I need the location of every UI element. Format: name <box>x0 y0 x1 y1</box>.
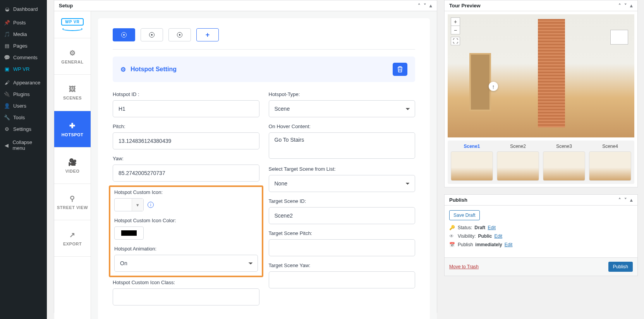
crosshair-icon: ✚ <box>69 122 76 130</box>
menu-settings[interactable]: ⚙Settings <box>0 123 47 135</box>
gear-icon: ⚙ <box>69 49 76 57</box>
menu-pages[interactable]: ▤Pages <box>0 40 47 51</box>
tour-preview-panel: Tour Preview ˄ ˅ ▴ + − ⛶ ↑ <box>444 0 638 187</box>
target-scene-id-input[interactable] <box>269 207 416 224</box>
target-scene-select[interactable]: None <box>269 175 416 192</box>
vertical-tabs: WP VR ⚙GENERAL 🖼SCENES ✚HOTSPOT 🎥VIDEO ⚲… <box>54 11 91 319</box>
hotspot-marker[interactable]: ↑ <box>489 82 498 91</box>
hotspot-add-button[interactable]: + <box>196 28 219 41</box>
info-icon[interactable]: i <box>148 202 154 208</box>
scene-thumb-4[interactable]: Scene4 <box>589 144 631 181</box>
trash-icon <box>397 66 403 73</box>
icon-color-picker[interactable] <box>114 226 144 240</box>
hotspot-id-input[interactable] <box>113 100 259 117</box>
scene-thumb-1[interactable]: Scene1 <box>451 144 493 181</box>
menu-collapse[interactable]: ◀Collapse menu <box>0 137 47 154</box>
pin-icon: ⚲ <box>70 194 75 203</box>
menu-comments[interactable]: 💬Comments <box>0 51 47 63</box>
tab-general[interactable]: ⚙GENERAL <box>54 38 91 75</box>
publish-panel: Publish ˄ ˅ ▴ Save Draft 🔑 Status: Draft… <box>444 194 638 276</box>
tab-video[interactable]: 🎥VIDEO <box>54 147 91 184</box>
sliders-icon: ⚙ <box>4 126 10 132</box>
plug-icon: 🔌 <box>4 91 10 97</box>
preview-panel-header[interactable]: Tour Preview ˄ ˅ ▴ <box>445 0 637 11</box>
edit-visibility-link[interactable]: Edit <box>494 233 502 239</box>
menu-wpvr[interactable]: ▣WP VR <box>0 63 47 75</box>
tab-hotspot[interactable]: ✚HOTSPOT <box>54 111 91 147</box>
scene-thumb-2[interactable]: Scene2 <box>497 144 539 181</box>
triangle-up-icon[interactable]: ▴ <box>630 197 633 203</box>
label-on-hover: On Hover Content: <box>269 123 416 129</box>
hotspot-tab-2[interactable] <box>141 28 163 41</box>
publish-button[interactable]: Publish <box>608 262 633 272</box>
chevron-down-icon[interactable]: ˅ <box>624 197 627 203</box>
label-target-list: Select Target Scene from List: <box>269 166 416 172</box>
menu-label: Appearance <box>13 80 40 86</box>
save-draft-button[interactable]: Save Draft <box>449 210 480 220</box>
panel-title: Setup <box>59 3 73 9</box>
calendar-icon: 📅 <box>449 242 455 247</box>
chevron-down-icon[interactable]: ˅ <box>424 3 426 9</box>
menu-media[interactable]: 🎵Media <box>0 28 47 40</box>
target-pitch-input[interactable] <box>269 239 416 256</box>
icon-class-input[interactable] <box>113 288 259 305</box>
chevron-up-icon[interactable]: ˄ <box>418 3 421 9</box>
menu-label: Pages <box>13 43 27 49</box>
wrench-icon: 🔧 <box>4 114 10 120</box>
status-label: Status: <box>458 225 472 230</box>
user-icon: 👤 <box>4 103 10 109</box>
hotspot-section-header: ⚙ Hotspot Setting <box>113 57 415 82</box>
tab-label: STREET VIEW <box>57 205 88 210</box>
menu-users[interactable]: 👤Users <box>0 100 47 111</box>
scene-thumb-3[interactable]: Scene3 <box>543 144 585 181</box>
menu-posts[interactable]: 📌Posts <box>0 17 47 28</box>
panorama-preview[interactable]: + − ⛶ ↑ <box>448 14 634 137</box>
menu-appearance[interactable]: 🖌Appearance <box>0 77 47 88</box>
chevron-down-icon <box>132 199 143 211</box>
schedule-label: Publish <box>458 242 473 247</box>
target-yaw-input[interactable] <box>269 271 416 288</box>
edit-status-link[interactable]: Edit <box>488 225 496 230</box>
section-title: Hotspot Setting <box>131 66 177 73</box>
image-icon: 🖼 <box>69 85 76 93</box>
wpvr-logo: WP VR <box>54 11 91 38</box>
fullscreen-button[interactable]: ⛶ <box>451 37 460 45</box>
hotspot-type-select[interactable]: Scene <box>269 100 416 117</box>
zoom-out-button[interactable]: − <box>451 26 460 34</box>
edit-schedule-link[interactable]: Edit <box>505 242 513 247</box>
tab-streetview[interactable]: ⚲STREET VIEW <box>54 184 91 220</box>
menu-tools[interactable]: 🔧Tools <box>0 111 47 123</box>
chevron-down-icon[interactable]: ˅ <box>624 3 627 9</box>
yaw-input[interactable] <box>113 165 259 182</box>
tab-export[interactable]: ↗EXPORT <box>54 220 91 257</box>
hotspot-tab-1[interactable] <box>113 28 135 41</box>
custom-icon-picker[interactable] <box>114 198 144 211</box>
scene-label: Scene2 <box>510 144 526 149</box>
highlighted-section: Hotspot Custom Icon: i Hotspot Custom Ic… <box>109 185 263 277</box>
setup-panel-header[interactable]: Setup ˄ ˅ ▴ <box>54 0 437 11</box>
comments-icon: 💬 <box>4 54 10 60</box>
zoom-in-button[interactable]: + <box>451 17 460 26</box>
status-row: 🔑 Status: Draft Edit <box>449 225 633 230</box>
menu-label: Dashboard <box>13 6 38 12</box>
tab-scenes[interactable]: 🖼SCENES <box>54 75 91 111</box>
label-pitch: Pitch: <box>113 123 259 129</box>
animation-select[interactable]: On <box>114 255 258 272</box>
hotspot-tab-3[interactable] <box>168 28 191 41</box>
publish-panel-header[interactable]: Publish ˄ ˅ ▴ <box>445 195 637 206</box>
chevron-up-icon[interactable]: ˄ <box>618 3 621 9</box>
move-to-trash-link[interactable]: Move to Trash <box>449 264 479 269</box>
tab-label: HOTSPOT <box>62 132 84 137</box>
menu-label: Settings <box>13 126 31 132</box>
menu-plugins[interactable]: 🔌Plugins <box>0 88 47 100</box>
chevron-up-icon[interactable]: ˄ <box>618 197 621 203</box>
brush-icon: 🖌 <box>4 79 10 86</box>
pitch-input[interactable] <box>113 132 259 149</box>
triangle-up-icon[interactable]: ▴ <box>429 3 432 9</box>
collapse-icon: ◀ <box>4 142 9 148</box>
on-hover-textarea[interactable] <box>269 132 416 159</box>
triangle-up-icon[interactable]: ▴ <box>630 3 633 9</box>
vr-icon: ▣ <box>4 66 10 72</box>
delete-hotspot-button[interactable] <box>393 63 407 76</box>
menu-dashboard[interactable]: ◒Dashboard <box>0 3 47 15</box>
